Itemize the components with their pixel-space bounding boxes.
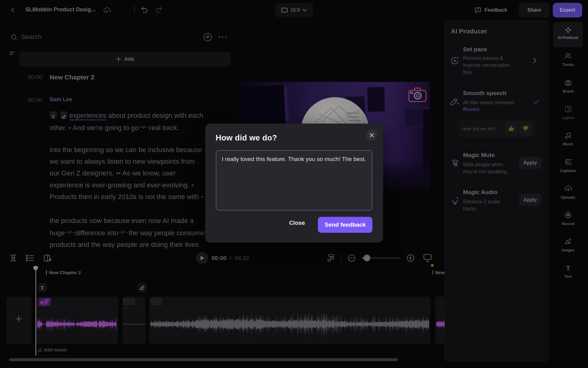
svg-text:T: T <box>40 285 44 290</box>
svg-text:?: ? <box>477 8 479 12</box>
svg-text:T: T <box>566 264 571 272</box>
svg-text:co: co <box>567 82 569 84</box>
svg-text:T: T <box>52 115 55 119</box>
